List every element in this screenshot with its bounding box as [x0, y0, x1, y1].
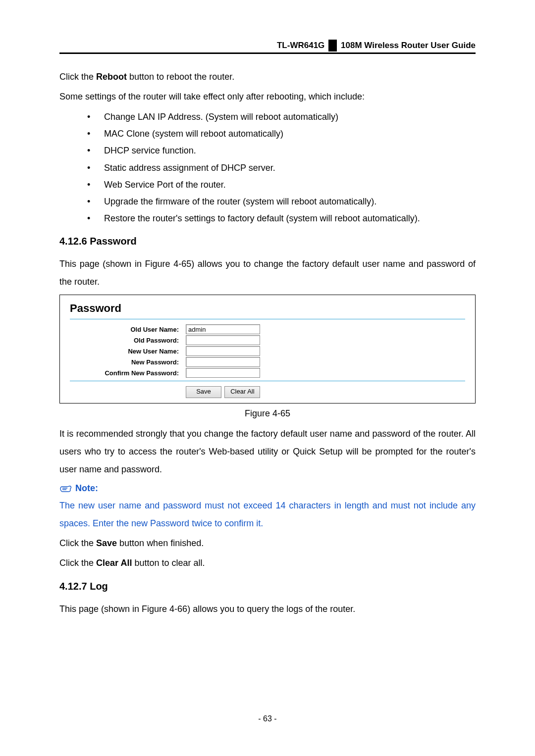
guide-title: 108M Wireless Router User Guide: [341, 41, 476, 50]
divider: [70, 319, 465, 319]
figure-caption: Figure 4-65: [59, 408, 476, 419]
save-bold: Save: [96, 538, 117, 548]
clear-pre: Click the: [59, 558, 96, 568]
hand-point-icon: [59, 484, 72, 493]
model-label: TL-WR641G: [277, 41, 324, 50]
clear-instruction: Click the Clear All button to clear all.: [59, 554, 476, 572]
list-item: Upgrade the firmware of the router (syst…: [87, 193, 476, 210]
list-item: DHCP service function.: [87, 142, 476, 159]
new-pass-label: New Password:: [70, 358, 186, 366]
intro-p2: Some settings of the router will take ef…: [59, 88, 476, 105]
old-user-input[interactable]: [186, 324, 260, 334]
note-header: Note:: [59, 483, 476, 494]
new-user-input[interactable]: [186, 346, 260, 356]
new-user-label: New User Name:: [70, 348, 186, 355]
list-item: Static address assignment of DHCP server…: [87, 159, 476, 176]
list-item: Change LAN IP Address. (System will rebo…: [87, 108, 476, 125]
save-post: button when finished.: [117, 538, 204, 548]
model-spacer: [328, 40, 337, 51]
note-label: Note:: [75, 483, 98, 494]
password-desc: This page (shown in Figure 4-65) allows …: [59, 255, 476, 291]
page-header: TL-WR641G 108M Wireless Router User Guid…: [59, 40, 476, 54]
intro-p1: Click the Reboot button to reboot the ro…: [59, 68, 476, 86]
list-item: MAC Clone (system will reboot automatica…: [87, 125, 476, 142]
intro-p1-pre: Click the: [59, 72, 96, 82]
confirm-pass-label: Confirm New Password:: [70, 369, 186, 377]
list-item: Web Service Port of the router.: [87, 176, 476, 193]
clear-all-button[interactable]: Clear All: [224, 386, 260, 398]
old-pass-label: Old Password:: [70, 337, 186, 344]
reboot-bold: Reboot: [96, 72, 127, 82]
panel-title: Password: [70, 302, 465, 315]
reboot-bullet-list: Change LAN IP Address. (System will rebo…: [59, 108, 476, 227]
log-desc: This page (shown in Figure 4-66) allows …: [59, 600, 476, 618]
clear-bold: Clear All: [96, 558, 132, 568]
divider: [70, 381, 465, 381]
clear-post: button to clear all.: [132, 558, 205, 568]
section-heading-log: 4.12.7 Log: [59, 581, 476, 592]
old-user-label: Old User Name:: [70, 326, 186, 333]
list-item: Restore the router's settings to factory…: [87, 210, 476, 227]
old-pass-input[interactable]: [186, 335, 260, 345]
new-pass-input[interactable]: [186, 357, 260, 367]
save-instruction: Click the Save button when finished.: [59, 534, 476, 552]
password-figure: Password Old User Name: Old Password: Ne…: [59, 295, 476, 403]
section-heading-password: 4.12.6 Password: [59, 236, 476, 247]
save-pre: Click the: [59, 538, 96, 548]
intro-p1-post: button to reboot the router.: [127, 72, 234, 82]
note-text: The new user name and password must not …: [59, 497, 476, 532]
save-button[interactable]: Save: [186, 386, 221, 398]
confirm-pass-input[interactable]: [186, 368, 260, 378]
recommend-text: It is recommended strongly that you chan…: [59, 425, 476, 478]
page-number: - 63 -: [0, 714, 535, 723]
